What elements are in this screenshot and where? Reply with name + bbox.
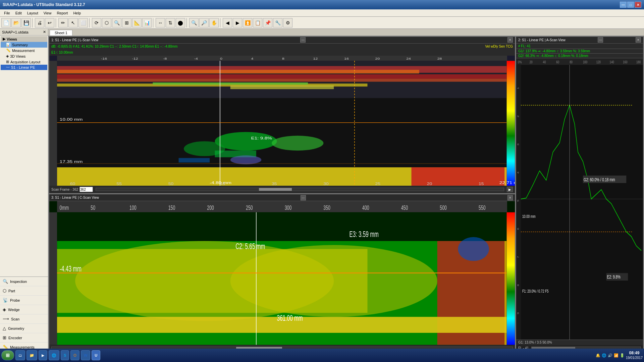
lscan-minimize-btn[interactable]: — xyxy=(300,37,306,43)
tb-b5[interactable]: 📌 xyxy=(263,18,272,27)
tb-b6[interactable]: 🔧 xyxy=(273,18,282,27)
scan-frame-input[interactable] xyxy=(79,187,93,192)
tree-measurement[interactable]: 📏 Measurement xyxy=(1,48,47,53)
tb-zoom-in[interactable]: 🔍 xyxy=(189,18,199,27)
tb-b4[interactable]: 📋 xyxy=(253,18,262,27)
cscan-canvas-area[interactable]: -4.43 mm C2: 5.65 mm E3: 3.59 mm 361.00 … xyxy=(49,201,515,345)
tb-pan[interactable]: ✋ xyxy=(209,18,219,27)
tree-views-header[interactable]: ▶ Views xyxy=(1,36,47,42)
svg-text:20: 20 xyxy=(427,182,432,186)
ascan-footer-bar: G1: 13.0% / 3.5 50.0% xyxy=(516,340,643,345)
ascan-canvas-area[interactable]: 0% 20 40 60 80 100 120 140 160 180 1 2 xyxy=(516,58,643,340)
taskbar-explorer[interactable]: 🗂 xyxy=(15,350,25,360)
tb-save[interactable]: 💾 xyxy=(21,18,31,27)
tb-a3[interactable]: ⬤ xyxy=(176,18,185,27)
svg-text:C2: 5.65 mm: C2: 5.65 mm xyxy=(235,242,265,251)
encoder-icon: ⊞ xyxy=(3,335,6,340)
file-close-icon[interactable]: ✕ xyxy=(43,30,46,34)
sheet-tab-1[interactable]: Sheet 1 xyxy=(50,30,72,36)
tb-zoom-out[interactable]: 🔎 xyxy=(199,18,209,27)
tb-scan5[interactable]: 📐 xyxy=(132,18,142,27)
tb-scan6[interactable]: 📊 xyxy=(142,18,152,27)
tb-scan4[interactable]: ⊞ xyxy=(122,18,131,27)
svg-text:6: 6 xyxy=(517,228,520,230)
taskbar-folder[interactable]: 📁 xyxy=(26,350,37,360)
menu-help[interactable]: Help xyxy=(70,10,84,16)
svg-text:22.71 mm: 22.71 mm xyxy=(499,181,515,185)
left-encoder[interactable]: ⊞ Encoder xyxy=(0,333,48,343)
taskbar: ⊞ 🗂 📁 ▶ 🌐 S O W U 🔔 🌐 🔊 📶 🔋 08:49 19/01/… xyxy=(0,349,644,362)
svg-text:60: 60 xyxy=(556,60,559,64)
svg-text:160: 160 xyxy=(623,60,628,64)
tree-acquisition-layout[interactable]: ⊞ Acquisition Layout xyxy=(1,59,47,65)
tb-scan3[interactable]: 🔍 xyxy=(112,18,121,27)
tb-scan1[interactable]: ⟳ xyxy=(92,18,101,27)
taskbar-media[interactable]: ▶ xyxy=(39,350,47,360)
close-button[interactable]: ✕ xyxy=(635,2,641,8)
app-title: SIAAP+1.utdata - UTStudio Standard 3.12.… xyxy=(3,2,620,7)
taskbar-outlook[interactable]: O xyxy=(70,350,79,360)
views-area: 1: S1 - Linear PE | L-Scan View — ✕ dB: … xyxy=(48,36,644,352)
tray-icon-4: 📶 xyxy=(614,353,619,358)
taskbar-utstudio[interactable]: U xyxy=(92,350,100,360)
svg-text:361.00 mm: 361.00 mm xyxy=(277,314,303,322)
svg-text:-4.43 mm: -4.43 mm xyxy=(60,264,82,273)
menu-layout[interactable]: Layout xyxy=(24,10,41,16)
tree-linear-pe[interactable]: 〰 S1 - Linear PE xyxy=(1,65,47,70)
lscan-scrollbar[interactable] xyxy=(96,188,504,191)
start-button[interactable]: ⊞ xyxy=(1,350,14,360)
window-controls[interactable]: — □ ✕ xyxy=(620,2,641,8)
left-geometry[interactable]: △ Geometry xyxy=(0,324,48,333)
svg-text:E2: 9.8%: E2: 9.8% xyxy=(607,274,621,280)
lscan-canvas-area[interactable]: 10.00 mm 17.35 mm E1: 9.8% C1: 1.7% -4.8… xyxy=(49,56,515,186)
tb-new[interactable]: 📄 xyxy=(1,18,11,27)
lscan-play-btn[interactable]: ▶ xyxy=(507,187,513,192)
ascan-close-btn[interactable]: ✕ xyxy=(636,37,641,43)
tb-cursor[interactable]: ↖ xyxy=(68,18,78,27)
svg-text:100: 100 xyxy=(129,204,137,211)
menu-view[interactable]: View xyxy=(41,10,54,16)
ascan-g1-bottom: G1: 13.0% / 3.5 50.0% xyxy=(518,341,552,344)
tb-rect[interactable]: ⬜ xyxy=(78,18,88,27)
cscan-title: 3: S1 - Linear PE | C-Scan View xyxy=(51,196,99,199)
svg-text:35: 35 xyxy=(272,182,277,186)
menu-report[interactable]: Report xyxy=(54,10,70,16)
ascan-svg: 0% 20 40 60 80 100 120 140 160 180 1 2 xyxy=(516,58,643,340)
taskbar-word[interactable]: W xyxy=(81,350,90,360)
svg-text:140: 140 xyxy=(610,60,614,64)
menu-file[interactable]: File xyxy=(1,10,13,16)
tb-undo[interactable]: ↩ xyxy=(45,18,54,27)
clock-date: 19/01/2017 xyxy=(626,356,643,360)
tb-a1[interactable]: ↔ xyxy=(156,18,165,27)
left-scan[interactable]: ⟶ Scan xyxy=(0,314,48,324)
tb-print[interactable]: 🖨 xyxy=(35,18,44,27)
svg-text:120: 120 xyxy=(596,60,601,64)
lscan-close-btn[interactable]: ✕ xyxy=(507,37,513,43)
tb-a2[interactable]: ⇅ xyxy=(166,18,175,27)
menu-edit[interactable]: Edit xyxy=(13,10,24,16)
left-probe[interactable]: 📡 Probe xyxy=(0,296,48,305)
svg-text:17.35 mm: 17.35 mm xyxy=(60,160,83,164)
ascan-minimize-btn[interactable]: — xyxy=(598,37,603,43)
tb-b2[interactable]: ▶ xyxy=(233,18,242,27)
left-part[interactable]: ⬡ Part xyxy=(0,286,48,296)
tb-open[interactable]: 📂 xyxy=(11,18,21,27)
tb-b3[interactable]: ⏫ xyxy=(243,18,252,27)
tb-b1[interactable]: ◀ xyxy=(223,18,232,27)
taskbar-ie[interactable]: 🌐 xyxy=(49,350,59,360)
tree-summary[interactable]: 📊 Summary xyxy=(1,42,47,48)
minimize-button[interactable]: — xyxy=(620,2,627,8)
left-inspection[interactable]: 🔍 Inspection xyxy=(0,277,48,286)
tb-scan2[interactable]: ⬡ xyxy=(102,18,111,27)
taskbar-skype[interactable]: S xyxy=(61,350,69,360)
tb-pen[interactable]: ✏ xyxy=(58,18,68,27)
tree-3d-views[interactable]: ◈ 3D Views xyxy=(1,53,47,59)
lscan-modes: Vel wDly Sen TCG xyxy=(485,45,513,48)
left-bottom-menu: 🔍 Inspection ⬡ Part 📡 Probe ◈ Wedge ⟶ Sc… xyxy=(0,277,48,352)
cscan-close-btn[interactable]: ✕ xyxy=(507,195,513,200)
maximize-button[interactable]: □ xyxy=(627,2,634,8)
cscan-minimize-btn[interactable]: — xyxy=(301,195,306,200)
svg-rect-17 xyxy=(179,158,210,162)
tb-b7[interactable]: ⚙ xyxy=(283,18,292,27)
left-wedge[interactable]: ◈ Wedge xyxy=(0,305,48,314)
